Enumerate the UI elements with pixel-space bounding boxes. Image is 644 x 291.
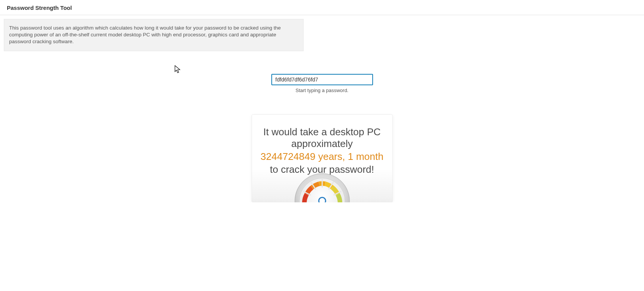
page-title: Password Strength Tool — [7, 5, 637, 11]
input-hint: Start typing a password. — [296, 88, 348, 93]
result-card: It would take a desktop PC approximately… — [252, 114, 393, 202]
password-input[interactable] — [271, 74, 373, 85]
svg-point-8 — [319, 197, 326, 202]
result-crack-time: 3244724849 years, 1 month — [260, 150, 384, 163]
info-box: This password tool uses an algorithm whi… — [4, 19, 304, 51]
result-line-1: It would take a desktop PC approximately — [263, 126, 381, 149]
gauge-icon: Password Strength — [294, 172, 351, 202]
